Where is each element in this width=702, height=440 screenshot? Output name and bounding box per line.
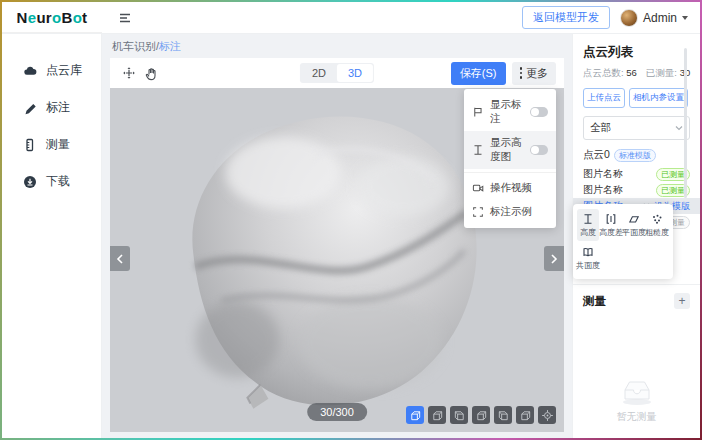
pan-tool-button[interactable] [118,62,140,84]
show-annotations-toggle[interactable] [530,107,548,117]
add-measure-button[interactable]: + [674,293,690,309]
tool-height-diff[interactable]: 高度差 [600,209,622,241]
cube-icon [453,409,466,422]
image-name: 图片名称 [583,167,623,181]
pointcloud-name: 点云0 [583,148,610,162]
hand-icon [144,66,159,81]
view-mode-switch: 2D 3D [300,63,374,83]
app-body: 点云库 标注 测量 下载 机车识别/标注 [2,34,700,438]
more-label: 更多 [526,66,548,81]
tool-height[interactable]: 高度 [577,209,599,241]
upload-pointcloud-button[interactable]: 上传点云 [583,88,625,108]
toolbar-actions: 保存(S) 更多 [451,62,556,85]
tool-flatness[interactable]: 平面度 [623,209,645,241]
measure-tools-popup: 高度 高度差 平面度 粗糙度 共面度 [573,204,673,279]
cube-icon [409,409,422,422]
panel-stats: 点云总数: 56 已测量: 30 [583,67,690,80]
sidebar-item-measure[interactable]: 测量 [2,126,101,163]
breadcrumb-parent[interactable]: 机车识别 [112,40,156,52]
neurobot-app: NeuroBot 返回模型开发 Admin 点云库 标注 [2,2,700,438]
total-stat: 点云总数: 56 [583,67,637,80]
reset-view-button[interactable] [538,406,556,424]
video-icon [472,182,484,194]
image-row[interactable]: 图片名称 已测量 [573,182,700,198]
cube-icon [431,409,444,422]
panel-title: 点云列表 [583,44,690,61]
sidebar-item-download[interactable]: 下载 [2,163,101,200]
next-image-button[interactable] [544,246,564,271]
coplanarity-icon [582,246,594,258]
measure-title: 测量 [583,294,606,309]
prev-image-button[interactable] [110,246,130,271]
filter-select[interactable]: 全部 [583,116,690,140]
roughness-icon [651,213,663,225]
height-diff-icon [605,213,617,225]
sidebar-item-annotate[interactable]: 标注 [2,89,101,126]
chevron-down-icon [675,125,683,131]
height-icon [582,213,594,225]
more-dots-icon [520,67,523,79]
sidebar-item-label: 下载 [46,173,70,190]
top-bar: NeuroBot 返回模型开发 Admin [2,2,700,34]
menu-item-label: 操作视频 [490,181,548,195]
breadcrumb: 机车识别/标注 [102,34,572,58]
image-name: 图片名称 [583,183,623,197]
view-cube-button-top[interactable] [516,406,534,424]
chevron-down-icon [682,16,688,20]
logo[interactable]: NeuroBot [2,2,102,33]
chevron-right-icon [550,254,558,264]
view-cube-button-left[interactable] [472,406,490,424]
pen-icon [23,101,37,115]
save-button[interactable]: 保存(S) [451,62,506,85]
frame-icon [472,206,484,218]
mode-3d-button[interactable]: 3D [337,64,373,82]
template-tag: 标准模版 [614,149,656,162]
sidebar-item-pointcloud-library[interactable]: 点云库 [2,52,101,89]
menu-item-label: 标注示例 [490,205,548,219]
measure-section-header: 测量 + [573,284,700,315]
cloud-icon [23,64,37,78]
view-cube-button-back[interactable] [450,406,468,424]
pan-icon [121,65,137,81]
tool-coplanarity[interactable]: 共面度 [577,242,599,274]
filter-value: 全部 [590,121,611,135]
image-row[interactable]: 图片名称 已测量 [573,166,700,182]
mode-2d-button[interactable]: 2D [301,64,337,82]
menu-item-annotation-example[interactable]: 标注示例 [464,200,556,224]
sidebar-item-label: 测量 [46,136,70,153]
view-cube-button-iso[interactable] [406,406,424,424]
collapse-menu-icon[interactable] [114,7,136,29]
sidebar-item-label: 点云库 [46,62,82,79]
pointcloud-list-panel: 点云列表 点云总数: 56 已测量: 30 上传点云 相机内参设置 全部 点云0… [572,34,700,438]
user-menu[interactable]: Admin [620,9,688,27]
menu-divider [464,172,556,173]
tooth-3d-model[interactable] [165,95,495,413]
hand-tool-button[interactable] [140,62,162,84]
menu-item-show-annotations[interactable]: 显示标注 [464,93,556,131]
return-model-dev-button[interactable]: 返回模型开发 [522,6,610,29]
menu-item-show-heightmap[interactable]: 显示高度图 [464,131,556,169]
menu-item-label: 显示高度图 [490,136,524,164]
flag-icon [472,106,484,118]
view-cube-button-right[interactable] [494,406,512,424]
tool-roughness[interactable]: 粗糙度 [646,209,668,241]
cube-icon [519,409,532,422]
crosshair-icon [541,409,554,422]
view-orientation-bar [406,406,556,424]
panel-scrollbar[interactable] [684,48,687,198]
view-cube-button-front[interactable] [428,406,446,424]
height-icon [472,144,484,156]
camera-params-button[interactable]: 相机内参设置 [629,88,688,108]
show-heightmap-toggle[interactable] [530,145,548,155]
logo-text: NeuroBot [17,9,88,26]
more-button[interactable]: 更多 [512,62,557,85]
menu-item-label: 显示标注 [490,98,524,126]
sidebar: 点云库 标注 测量 下载 [2,34,102,438]
username: Admin [643,11,677,25]
menu-item-tutorial-video[interactable]: 操作视频 [464,176,556,200]
main-area: 机车识别/标注 2D 3D 保存(S) [102,34,572,438]
pointcloud-item[interactable]: 点云0 标准模版 [583,148,690,162]
cube-icon [497,409,510,422]
page-indicator: 30/300 [307,403,367,421]
app-frame: NeuroBot 返回模型开发 Admin 点云库 标注 [0,0,702,440]
